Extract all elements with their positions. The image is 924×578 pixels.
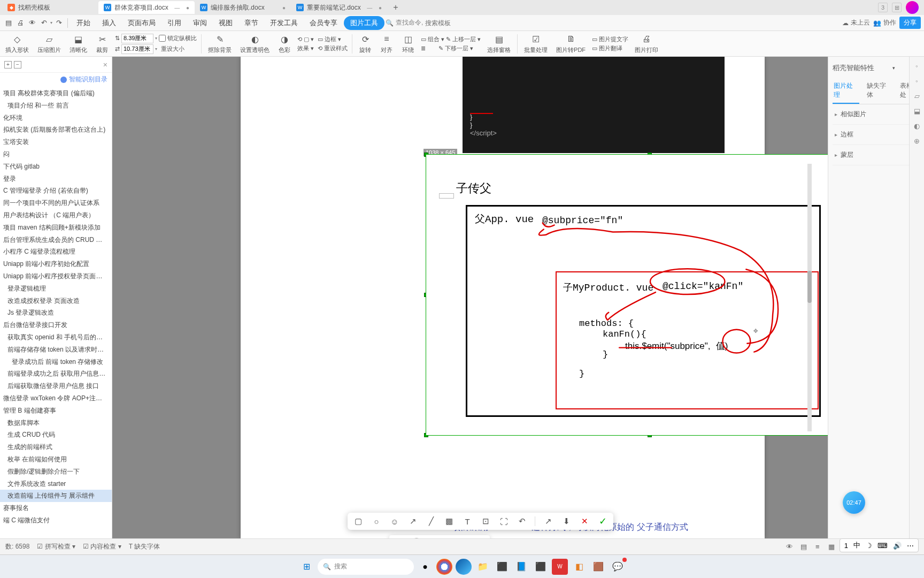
- menu-ref[interactable]: 引用: [162, 15, 187, 31]
- ribbon-batch[interactable]: ☑批量处理: [522, 33, 550, 54]
- ribbon-color[interactable]: ◑色彩: [276, 33, 293, 54]
- ribbon-selection-pane[interactable]: ▤选择窗格: [485, 33, 513, 54]
- reset-size[interactable]: 重设大小: [161, 45, 184, 53]
- ribbon-sharpen[interactable]: ⬓清晰化: [67, 33, 89, 54]
- start-button[interactable]: ⊞: [298, 559, 314, 575]
- tb-wps[interactable]: W: [552, 559, 568, 575]
- tb-app-5[interactable]: ◧: [571, 559, 587, 575]
- ime-more[interactable]: ⋯: [907, 542, 914, 550]
- tool-undo[interactable]: ↶: [517, 516, 527, 527]
- outline-list[interactable]: 项目 高校群体竞赛项目 (偏后端)项目介绍 和一些 前言化环境拟机安装 (后期服…: [0, 86, 112, 538]
- outline-item[interactable]: 项目 高校群体竞赛项目 (偏后端): [0, 87, 112, 100]
- undo-icon[interactable]: ↶: [38, 18, 49, 28]
- spell-check[interactable]: ☑ 拼写检查 ▾: [37, 542, 75, 551]
- rp-tab-image[interactable]: 图片处理: [833, 78, 859, 104]
- expand-icon[interactable]: +: [4, 61, 12, 69]
- outline-item[interactable]: 下代码 gitlab: [0, 161, 112, 173]
- outline-item[interactable]: 后端获取微信登录用户信息 接口: [0, 380, 112, 392]
- ribbon-wrap[interactable]: ◫环绕: [399, 33, 417, 54]
- outline-item[interactable]: 前端存储存储 token 以及请求时候 token ...: [0, 344, 112, 356]
- ribbon-pdf[interactable]: 🗎图片转PDF: [554, 33, 588, 54]
- tool-confirm[interactable]: ✓: [597, 516, 608, 527]
- window-icon-1[interactable]: 3: [878, 3, 888, 12]
- outline-item[interactable]: 小程序 C 端登录流程梳理: [0, 246, 112, 258]
- tab-doc-1[interactable]: W 群体竞赛项目.docx — ●: [98, 1, 195, 14]
- menu-icon[interactable]: ▤: [3, 18, 14, 28]
- vtool-1[interactable]: ◦: [912, 61, 922, 71]
- tab-templates[interactable]: ◆ 找稻壳模板: [2, 1, 98, 14]
- tb-app-7[interactable]: 💬: [610, 559, 626, 575]
- outline-item[interactable]: 改造前端 上传组件与 展示组件: [0, 490, 112, 502]
- outline-item[interactable]: 生成 CRUD 代码: [0, 429, 112, 441]
- close-icon[interactable]: —: [174, 5, 180, 11]
- menu-insert[interactable]: 插入: [97, 15, 121, 31]
- menu-layout[interactable]: 页面布局: [122, 15, 161, 31]
- tool-cancel[interactable]: ✕: [579, 516, 590, 527]
- coop-button[interactable]: 👥协作: [873, 18, 896, 27]
- outline-item[interactable]: 用户表结构设计 （C 端用户表）: [0, 209, 112, 222]
- scroll-thumb[interactable]: [807, 271, 812, 303]
- view-icon-2[interactable]: ▤: [799, 542, 808, 552]
- taskbar-search[interactable]: 🔍搜索: [318, 559, 414, 575]
- outline-item[interactable]: 赛事报名: [0, 502, 112, 514]
- outline-item[interactable]: 同一个项目中不同的用户认证体系: [0, 197, 112, 209]
- tb-app-3[interactable]: 📘: [513, 559, 529, 575]
- menu-review[interactable]: 审阅: [188, 15, 212, 31]
- ribbon-layers[interactable]: ≣ ✎ 下移一层 ▾: [421, 44, 481, 52]
- close-icon[interactable]: ●: [282, 5, 286, 11]
- document-area[interactable]: } } </script> 1038 × 645 子传父: [112, 57, 828, 538]
- tab-doc-3[interactable]: W 重要前端笔记.docx — ●: [291, 1, 387, 14]
- rp-section-border[interactable]: ▸边框: [833, 125, 920, 145]
- tb-app-1[interactable]: ●: [417, 559, 433, 575]
- tb-app-6[interactable]: 🟫: [590, 559, 606, 575]
- outline-item[interactable]: 枚举 在前端如何使用: [0, 453, 112, 466]
- scrollbar[interactable]: [807, 164, 812, 431]
- vtool-6[interactable]: ⊕: [912, 136, 922, 146]
- outline-item[interactable]: 宝塔安装: [0, 136, 112, 148]
- selected-image[interactable]: 子传父 父App. vue @subprice="fn" 子MyProduct.…: [426, 154, 828, 436]
- outline-item[interactable]: 登录: [0, 173, 112, 185]
- width-input[interactable]: [121, 34, 153, 43]
- outline-item[interactable]: 数据库脚本: [0, 417, 112, 429]
- ribbon-insert-shape[interactable]: ◇插入形状: [3, 33, 31, 54]
- ribbon-extract-text[interactable]: ▭ 图片提文字: [592, 35, 628, 43]
- outline-item[interactable]: 获取真实 openid 和 手机号后的注册和...: [0, 331, 112, 344]
- tool-circle[interactable]: ○: [371, 516, 382, 527]
- outline-item[interactable]: C 管理端登录 介绍 (若依自带): [0, 185, 112, 197]
- ribbon-crop[interactable]: ✂裁剪: [94, 33, 111, 54]
- ime-sound[interactable]: 🔊: [893, 542, 902, 550]
- outline-item[interactable]: 化环境: [0, 112, 112, 124]
- ribbon-combine[interactable]: ▭ 组合 ▾ ✎ 上移一层 ▾: [421, 35, 481, 43]
- outline-item[interactable]: 登录逻辑梳理: [0, 283, 112, 295]
- tool-pen[interactable]: ╱: [426, 516, 436, 527]
- close-icon[interactable]: ●: [379, 5, 382, 11]
- preview-icon[interactable]: 👁: [27, 18, 37, 28]
- close-icon[interactable]: —: [367, 5, 372, 11]
- grid-icon[interactable]: ⊞: [892, 3, 902, 12]
- ribbon-effects-row1[interactable]: ⟲ ▢ ▾ ▭ 边框 ▾: [297, 35, 348, 43]
- missing-fonts[interactable]: T 缺失字体: [129, 542, 160, 551]
- tool-mosaic[interactable]: ▩: [444, 516, 455, 527]
- outline-item[interactable]: 闷: [0, 148, 112, 161]
- menu-dev[interactable]: 开发工具: [265, 15, 303, 31]
- view-icon-1[interactable]: 👁: [785, 542, 795, 552]
- outline-item[interactable]: 假删除/逻辑删除介绍一下: [0, 466, 112, 478]
- ribbon-print[interactable]: 🖨图片打印: [633, 33, 660, 54]
- tb-edge[interactable]: [456, 559, 472, 575]
- vtool-3[interactable]: ▱: [912, 91, 922, 101]
- outline-item[interactable]: 登录成功后 前端 token 存储修改: [0, 356, 112, 368]
- ime-lang[interactable]: 中: [853, 541, 860, 550]
- timer-badge[interactable]: 02:47: [843, 491, 865, 514]
- ime-bar[interactable]: 1 中 ☽ ⌨ 🔊 ⋯: [840, 538, 919, 552]
- new-tab-button[interactable]: +: [390, 2, 401, 13]
- outline-item[interactable]: Js 登录逻辑改造: [0, 307, 112, 319]
- menu-picture-tools[interactable]: 图片工具: [344, 16, 384, 30]
- word-count[interactable]: 数: 6598: [5, 542, 29, 551]
- menu-view[interactable]: 视图: [213, 15, 238, 31]
- ribbon-transparent[interactable]: ◐设置透明色: [238, 33, 272, 54]
- share-button[interactable]: 分享: [899, 17, 921, 29]
- ribbon-rotate[interactable]: ⟳旋转: [357, 33, 374, 54]
- tb-app-2[interactable]: ⬛: [494, 559, 510, 575]
- tool-download[interactable]: ⬇: [561, 516, 572, 527]
- close-icon[interactable]: ●: [186, 5, 189, 11]
